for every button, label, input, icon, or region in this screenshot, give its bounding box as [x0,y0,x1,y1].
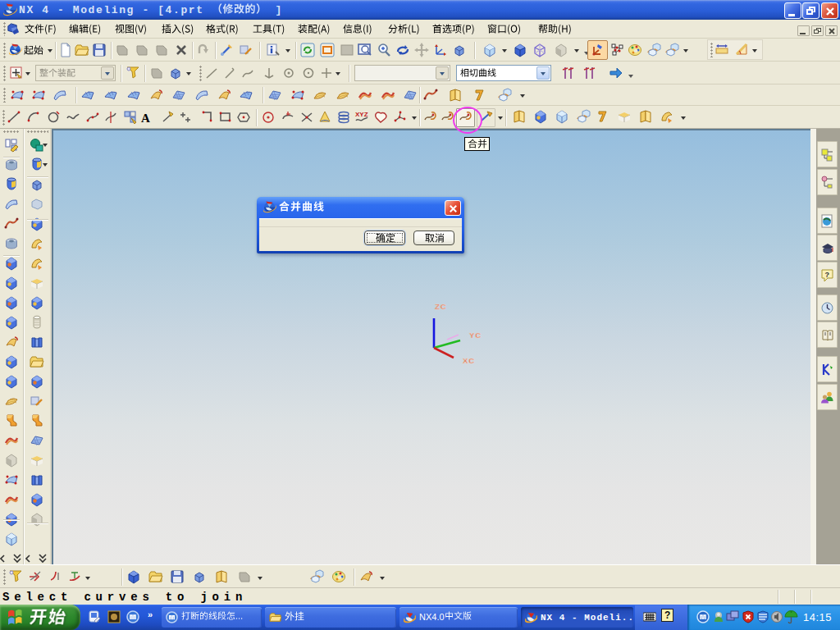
svg-text:YC: YC [469,331,482,340]
svg-text:XC: XC [463,356,475,365]
svg-text:ZC: ZC [435,302,447,311]
svg-text:XYZ: XYZ [355,111,368,118]
svg-text:?: ? [825,271,830,279]
